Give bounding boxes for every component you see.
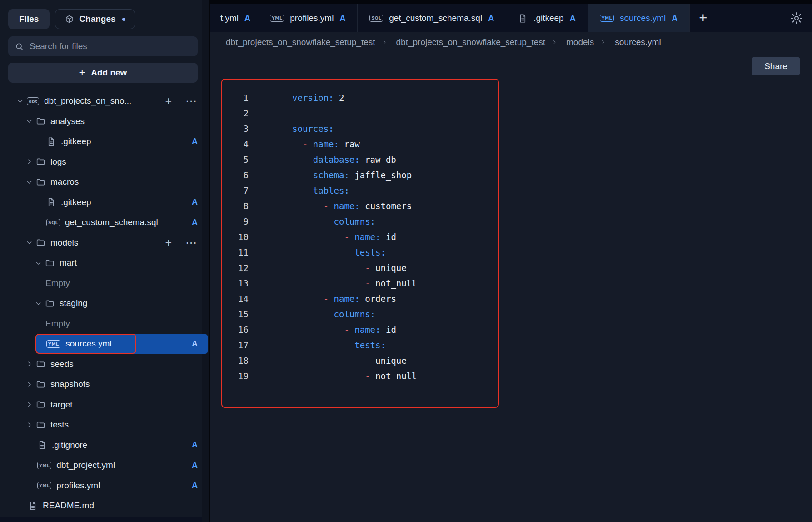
changes-indicator-dot <box>122 18 125 21</box>
tree-item-target[interactable]: target <box>8 395 208 415</box>
breadcrumb-item-models[interactable]: models <box>566 37 594 47</box>
tree-item-staging[interactable]: staging <box>8 293 208 314</box>
tree-item-dbt-projects-on-sno[interactable]: dbtdbt_projects_on_sno...+⋯ <box>8 91 208 111</box>
tab-profiles-yml[interactable]: YMLprofiles.ymlA <box>258 4 358 32</box>
code-line: 11 tests: <box>222 245 498 260</box>
code-text: sources: <box>292 124 334 134</box>
settings-button[interactable] <box>781 4 812 32</box>
tree-item-label: Empty <box>45 278 70 288</box>
tree-item-label: models <box>50 238 78 248</box>
code-editor[interactable]: 1version: 223sources:4 - name: raw5 data… <box>221 79 499 408</box>
file-search <box>8 36 198 56</box>
more-options-button[interactable]: ⋯ <box>185 237 197 248</box>
tree-item-dbt-project-yml[interactable]: YMLdbt_project.ymlA <box>8 455 208 476</box>
code-line: 9 columns: <box>222 214 498 229</box>
breadcrumb-item-dbt-projects-on-snowflake-setup-test[interactable]: dbt_projects_on_snowflake_setup_test <box>226 37 375 47</box>
tree-item-label: logs <box>50 157 66 167</box>
add-file-button[interactable]: + <box>165 95 172 107</box>
yaml-key: name <box>334 201 355 211</box>
editor-main-area: t.ymlAYMLprofiles.ymlASQLget_custom_sche… <box>210 0 812 522</box>
tree-item-label: seeds <box>50 359 74 369</box>
tree-item-label: dbt_project.yml <box>56 460 115 470</box>
search-input[interactable] <box>30 41 191 51</box>
tree-item-readme-md[interactable]: README.md <box>8 496 208 516</box>
git-status-badge: A <box>672 14 677 23</box>
tree-item-sources-yml[interactable]: YMLsources.ymlA <box>8 334 208 354</box>
tree-item-get-custom-schema-sql[interactable]: SQLget_custom_schema.sqlA <box>8 212 208 233</box>
code-text: - unique <box>292 356 407 366</box>
tree-item-mart[interactable]: mart <box>8 253 208 273</box>
git-status-badge: A <box>570 14 576 23</box>
line-number: 15 <box>222 309 249 319</box>
yaml-key: database <box>313 155 355 165</box>
folder-icon <box>36 359 45 369</box>
code-line: 7 tables: <box>222 183 498 198</box>
yaml-colon: : <box>370 216 375 226</box>
code-text: - unique <box>292 263 407 273</box>
folder-icon <box>36 420 45 430</box>
tree-item-tests[interactable]: tests <box>8 415 208 435</box>
tree-item-logs[interactable]: logs <box>8 152 208 172</box>
code-line: 3sources: <box>222 121 498 136</box>
cube-icon <box>65 15 74 24</box>
git-status-badge: A <box>192 197 198 207</box>
tree-item-macros[interactable]: macros <box>8 172 208 192</box>
tab-label: profiles.yml <box>290 13 334 23</box>
more-options-button[interactable]: ⋯ <box>185 95 197 107</box>
breadcrumb-item-dbt-projects-on-snowflake-setup-test[interactable]: dbt_projects_on_snowflake_setup_test <box>396 37 546 47</box>
dbt-project-icon: dbt <box>27 97 39 105</box>
tab-get-custom-schema-sql[interactable]: SQLget_custom_schema.sqlA <box>358 4 506 32</box>
git-status-badge: A <box>244 14 250 23</box>
share-button[interactable]: Share <box>752 57 800 75</box>
files-tab-button[interactable]: Files <box>8 9 50 29</box>
tree-item-gitignore[interactable]: .gitignoreA <box>8 435 208 456</box>
new-tab-button[interactable]: + <box>690 4 716 32</box>
yaml-value: id <box>381 232 396 242</box>
tree-item-profiles-yml[interactable]: YMLprofiles.ymlA <box>8 476 208 496</box>
code-text: - name: raw <box>292 139 360 149</box>
code-text: tests: <box>292 247 386 257</box>
yaml-key: columns <box>334 309 370 319</box>
tab-t-yml[interactable]: t.ymlA <box>210 4 258 32</box>
yaml-dash: - <box>324 201 334 211</box>
tab-sources-yml[interactable]: YMLsources.ymlA <box>588 4 690 32</box>
yaml-colon: : <box>344 186 349 196</box>
code-line: 12 - unique <box>222 260 498 276</box>
breadcrumb-item-sources-yml[interactable]: sources.yml <box>615 37 661 47</box>
tree-item-label: analyses <box>50 116 85 126</box>
tree-item-label: .gitkeep <box>61 197 91 207</box>
chevron-right-icon <box>381 39 388 45</box>
yaml-key: tests <box>354 340 380 350</box>
changes-tab-button[interactable]: Changes <box>55 9 135 29</box>
app-window: Files Changes + Add new dbtdbt_projects_… <box>0 0 812 522</box>
code-line: 10 - name: id <box>222 229 498 245</box>
tree-item-gitkeep[interactable]: .gitkeepA <box>8 192 208 213</box>
tab-gitkeep[interactable]: .gitkeepA <box>506 4 588 32</box>
selected-row-highlight <box>36 334 208 354</box>
tree-item-snapshots[interactable]: snapshots <box>8 374 208 395</box>
folder-icon <box>36 380 45 389</box>
yaml-value: not_null <box>375 371 417 381</box>
yaml-value: unique <box>375 356 407 366</box>
yaml-key: name <box>354 325 375 335</box>
yaml-dash: - <box>324 294 334 304</box>
code-text: tables: <box>292 186 349 196</box>
yaml-colon: : <box>329 124 334 134</box>
yaml-key: tables <box>313 186 344 196</box>
code-text: database: raw_db <box>292 155 396 165</box>
tree-item-label: dbt_projects_on_sno... <box>44 96 131 106</box>
tree-item-models[interactable]: models+⋯ <box>8 233 208 253</box>
chevron-right-icon <box>600 39 606 45</box>
line-number: 17 <box>222 340 249 350</box>
add-new-button[interactable]: + Add new <box>8 63 198 83</box>
tree-item-seeds[interactable]: seeds <box>8 354 208 375</box>
add-file-button[interactable]: + <box>165 237 172 248</box>
chevron-right-icon <box>551 39 558 45</box>
git-status-badge: A <box>192 137 198 146</box>
row-actions: +⋯ <box>165 95 197 107</box>
tree-item-label: .gitkeep <box>61 136 91 146</box>
yaml-key: columns <box>334 216 370 226</box>
line-number: 18 <box>222 356 249 366</box>
tree-item-gitkeep[interactable]: .gitkeepA <box>8 131 208 152</box>
tree-item-analyses[interactable]: analyses <box>8 111 208 132</box>
